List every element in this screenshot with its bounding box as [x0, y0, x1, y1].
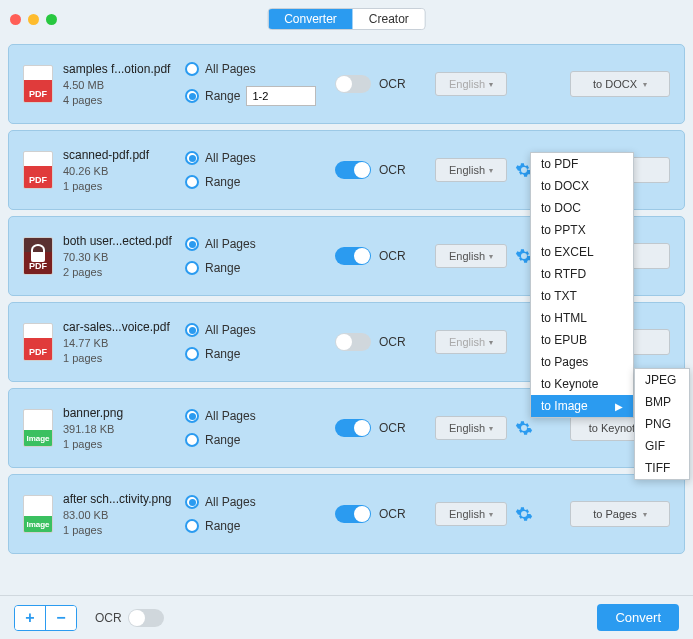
file-pages: 1 pages — [63, 180, 175, 192]
radio-all-pages[interactable] — [185, 151, 199, 165]
convert-button[interactable]: Convert — [597, 604, 679, 631]
radio-all-pages[interactable] — [185, 409, 199, 423]
tab-creator[interactable]: Creator — [353, 9, 425, 29]
file-meta: after sch...ctivity.png83.00 KB1 pages — [63, 492, 175, 536]
dropdown-item[interactable]: to DOC — [531, 197, 633, 219]
radio-all-pages[interactable] — [185, 323, 199, 337]
page-range-group: All PagesRange — [185, 237, 325, 275]
ocr-toggle[interactable] — [335, 247, 371, 265]
range-label: Range — [205, 519, 240, 533]
file-name: after sch...ctivity.png — [63, 492, 175, 506]
ocr-toggle[interactable] — [335, 75, 371, 93]
radio-range[interactable] — [185, 519, 199, 533]
language-select[interactable]: English▾ — [435, 158, 507, 182]
file-pages: 4 pages — [63, 94, 175, 106]
radio-range[interactable] — [185, 175, 199, 189]
radio-range[interactable] — [185, 261, 199, 275]
submenu-item[interactable]: TIFF — [635, 457, 689, 479]
page-range-group: All PagesRange — [185, 495, 325, 533]
language-select[interactable]: English▾ — [435, 72, 507, 96]
file-name: car-sales...voice.pdf — [63, 320, 175, 334]
add-file-button[interactable]: + — [15, 606, 45, 630]
footer-ocr-label: OCR — [95, 611, 122, 625]
range-input[interactable] — [246, 86, 316, 106]
footer-ocr-toggle[interactable] — [128, 609, 164, 627]
ocr-toggle[interactable] — [335, 333, 371, 351]
image-format-submenu: JPEGBMPPNGGIFTIFF — [634, 368, 690, 480]
dropdown-item[interactable]: to Keynote — [531, 373, 633, 395]
file-pages: 1 pages — [63, 438, 175, 450]
remove-file-button[interactable]: − — [46, 606, 76, 630]
all-pages-label: All Pages — [205, 409, 256, 423]
ocr-label: OCR — [379, 163, 406, 177]
chevron-down-icon: ▾ — [489, 338, 493, 347]
file-row[interactable]: PDFsamples f...otion.pdf4.50 MB4 pagesAl… — [8, 44, 685, 124]
chevron-down-icon: ▾ — [489, 80, 493, 89]
dropdown-item[interactable]: to TXT — [531, 285, 633, 307]
language-group: English▾ — [435, 502, 533, 526]
ocr-settings-gear-icon[interactable] — [515, 419, 533, 437]
dropdown-item[interactable]: to EXCEL — [531, 241, 633, 263]
file-pages: 2 pages — [63, 266, 175, 278]
mode-segmented-control: Converter Creator — [267, 8, 426, 30]
ocr-settings-gear-icon[interactable] — [515, 505, 533, 523]
all-pages-label: All Pages — [205, 323, 256, 337]
output-format-select[interactable]: to DOCX▾ — [570, 71, 670, 97]
file-name: banner.png — [63, 406, 175, 420]
ocr-toggle[interactable] — [335, 419, 371, 437]
file-row[interactable]: Imageafter sch...ctivity.png83.00 KB1 pa… — [8, 474, 685, 554]
file-size: 14.77 KB — [63, 337, 175, 349]
all-pages-label: All Pages — [205, 151, 256, 165]
output-format-select[interactable]: to Pages▾ — [570, 501, 670, 527]
radio-range[interactable] — [185, 433, 199, 447]
submenu-item[interactable]: BMP — [635, 391, 689, 413]
close-window[interactable] — [10, 14, 21, 25]
dropdown-item[interactable]: to RTFD — [531, 263, 633, 285]
file-meta: scanned-pdf.pdf40.26 KB1 pages — [63, 148, 175, 192]
dropdown-item[interactable]: to Pages — [531, 351, 633, 373]
page-range-group: All PagesRange — [185, 62, 325, 106]
radio-range[interactable] — [185, 347, 199, 361]
radio-all-pages[interactable] — [185, 237, 199, 251]
dropdown-item[interactable]: to DOCX — [531, 175, 633, 197]
ocr-toggle[interactable] — [335, 161, 371, 179]
chevron-down-icon: ▾ — [643, 80, 647, 89]
submenu-item[interactable]: PNG — [635, 413, 689, 435]
ocr-label: OCR — [379, 421, 406, 435]
radio-all-pages[interactable] — [185, 62, 199, 76]
chevron-down-icon: ▾ — [489, 166, 493, 175]
dropdown-item[interactable]: to EPUB — [531, 329, 633, 351]
language-select[interactable]: English▾ — [435, 330, 507, 354]
window-controls — [10, 14, 57, 25]
dropdown-item[interactable]: to Image▶ — [531, 395, 633, 417]
output-format-label: to Pages — [593, 508, 636, 520]
language-select[interactable]: English▾ — [435, 502, 507, 526]
language-select[interactable]: English▾ — [435, 416, 507, 440]
ocr-label: OCR — [379, 507, 406, 521]
minimize-window[interactable] — [28, 14, 39, 25]
page-range-group: All PagesRange — [185, 323, 325, 361]
zoom-window[interactable] — [46, 14, 57, 25]
radio-range[interactable] — [185, 89, 199, 103]
file-type-icon: Image — [23, 409, 53, 447]
all-pages-label: All Pages — [205, 495, 256, 509]
format-dropdown-menu: to PDFto DOCXto DOCto PPTXto EXCELto RTF… — [530, 152, 634, 418]
ocr-group: OCR — [335, 161, 425, 179]
radio-all-pages[interactable] — [185, 495, 199, 509]
page-range-group: All PagesRange — [185, 409, 325, 447]
dropdown-item[interactable]: to HTML — [531, 307, 633, 329]
file-type-icon: PDF — [23, 151, 53, 189]
file-meta: samples f...otion.pdf4.50 MB4 pages — [63, 62, 175, 106]
dropdown-item[interactable]: to PPTX — [531, 219, 633, 241]
file-type-icon: PDF — [23, 65, 53, 103]
dropdown-item[interactable]: to PDF — [531, 153, 633, 175]
submenu-item[interactable]: GIF — [635, 435, 689, 457]
language-select[interactable]: English▾ — [435, 244, 507, 268]
tab-converter[interactable]: Converter — [268, 9, 353, 29]
file-name: both user...ected.pdf — [63, 234, 175, 248]
ocr-toggle[interactable] — [335, 505, 371, 523]
submenu-item[interactable]: JPEG — [635, 369, 689, 391]
file-size: 70.30 KB — [63, 251, 175, 263]
language-group: English▾ — [435, 158, 533, 182]
file-meta: banner.png391.18 KB1 pages — [63, 406, 175, 450]
